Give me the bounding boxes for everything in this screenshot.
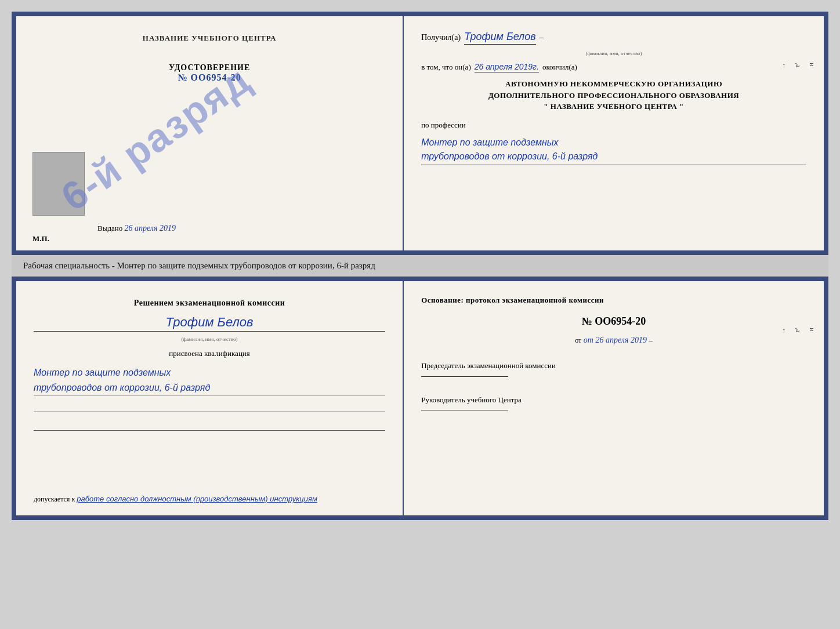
dash-ot: – [649,336,653,344]
dopuskaetsya-block: допускается к работе согласно должностны… [34,483,385,504]
org-line3: " НАЗВАНИЕ УЧЕБНОГО ЦЕНТРА " [421,101,806,112]
cert-right: Получил(а) Трофим Белов – (фамилия, имя,… [404,16,824,250]
dopuskaetsya-val: работе согласно должностным (производств… [77,495,317,503]
side-letters-bottom: и ,а ← [777,328,819,335]
predsedatel-label: Председатель экзаменационной комиссии [421,360,806,372]
resheniem-title: Решением экзаменационной комиссии [34,299,385,308]
poluchil-row: Получил(а) Трофим Белов – [421,31,806,45]
poluchil-label: Получил(а) [421,33,461,42]
photo-placeholder [32,152,85,216]
vydano-date: 26 апреля 2019 [125,224,176,232]
ot-date: от от 26 апреля 2019 – [421,336,806,345]
rukovoditel-signature-line [421,410,508,410]
ot-label: от [575,336,581,344]
profession-text: Монтер по защите подземных трубопроводов… [421,136,806,165]
recipient-name-top: Трофим Белов [464,31,536,45]
fio-hint-top: (фамилия, имя, отчество) [421,50,806,56]
rukovoditel-label: Руководитель учебного Центра [421,394,806,406]
bottom-recipient-name: Трофим Белов [34,315,385,332]
po-professii-label: по профессии [421,121,806,130]
predsedatel-signature-line [421,376,508,377]
osnovanie-title: Основание: протокол экзаменационной коми… [421,296,806,305]
kvali-line1: Монтер по защите подземных [34,365,385,380]
page-wrapper: НАЗВАНИЕ УЧЕБНОГО ЦЕНТРА 6-й разряд УДОС… [12,12,828,520]
profession-line2: трубопроводов от коррозии, 6-й разряд [421,150,806,163]
kvali-text: Монтер по защите подземных трубопроводов… [34,365,385,395]
protocol-num: № OO6954-20 [421,315,806,328]
prisvoena-label: присвоена квалификация [34,349,385,358]
org-line2: ДОПОЛНИТЕЛЬНОГО ПРОФЕССИОНАЛЬНОГО ОБРАЗО… [421,90,806,101]
certificate-bottom: Решением экзаменационной комиссии Трофим… [12,277,828,520]
middle-text: Рабочая специальность - Монтер по защите… [12,255,828,277]
udostoverenie-label: УДОСТОВЕРЕНИЕ [169,63,250,72]
mp-label: М.П. [32,234,49,243]
predsedatel-block: Председатель экзаменационной комиссии [421,360,806,379]
vtom-date: 26 апреля 2019г. [475,62,539,72]
kvali-line2: трубопроводов от коррозии, 6-й разряд [34,380,385,395]
vtom-label: в том, что он(а) [421,63,471,72]
okonchil-label: окончил(а) [542,63,577,72]
side-letters-top: и ,а ← [777,63,819,70]
cert-bottom-left: Решением экзаменационной комиссии Трофим… [16,281,404,515]
blank-line-2 [34,420,385,431]
vydano-line: Выдано 26 апреля 2019 [97,224,176,233]
dash-after-name: – [540,33,544,42]
cert-left: НАЗВАНИЕ УЧЕБНОГО ЦЕНТРА 6-й разряд УДОС… [16,16,404,250]
blank-line-1 [34,402,385,412]
org-line1: АВТОНОМНУЮ НЕКОММЕРЧЕСКУЮ ОРГАНИЗАЦИЮ [421,78,806,90]
certificate-top: НАЗВАНИЕ УЧЕБНОГО ЦЕНТРА 6-й разряд УДОС… [12,12,828,255]
vtom-row: в том, что он(а) 26 апреля 2019г. окончи… [421,62,806,72]
cert-bottom-right: Основание: протокол экзаменационной коми… [404,281,824,515]
udostoverenie-block: УДОСТОВЕРЕНИЕ № OO6954-20 [169,63,250,83]
fio-hint-bottom: (фамилия, имя, отчество) [34,336,385,342]
profession-line1: Монтер по защите подземных [421,136,806,150]
ot-date-val: от 26 апреля 2019 [584,336,647,344]
org-block: АВТОНОМНУЮ НЕКОММЕРЧЕСКУЮ ОРГАНИЗАЦИЮ ДО… [421,78,806,112]
vydano-label: Выдано [97,224,122,232]
dopuskaetsya-label: допускается к [34,495,75,503]
left-title: НАЗВАНИЕ УЧЕБНОГО ЦЕНТРА [143,34,277,43]
rukovoditel-block: Руководитель учебного Центра [421,394,806,413]
udost-number: № OO6954-20 [169,72,250,83]
middle-text-content: Рабочая специальность - Монтер по защите… [23,261,375,270]
